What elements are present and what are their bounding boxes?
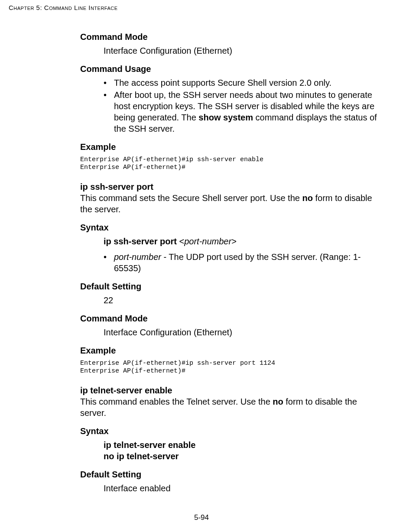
syntax-2-ital: port-number	[184, 237, 231, 246]
code-block-2: Enterprise AP(if-ethernet)#ip ssh-server…	[80, 360, 377, 375]
default-value-3: Interface enabled	[104, 483, 377, 494]
heading-syntax-3: Syntax	[80, 425, 377, 437]
ssh-port-desc: This command sets the Secure Shell serve…	[80, 192, 377, 215]
usage-item-2-bold: show system	[198, 113, 253, 122]
syntax-3-line2: no ip telnet-server	[104, 451, 377, 462]
syntax-block-3: ip telnet-server enable no ip telnet-ser…	[104, 439, 377, 462]
command-title-ssh-port: ip ssh-server port	[80, 181, 377, 192]
running-head: Chapter 5: Command Line Interface	[9, 3, 118, 12]
page-number: 5-94	[0, 513, 403, 522]
heading-default-2: Default Setting	[80, 281, 377, 292]
usage-item-2: After boot up, the SSH server needs abou…	[80, 89, 377, 134]
running-head-text: Chapter 5: Command Line Interface	[9, 4, 118, 11]
command-mode-value-2: Interface Configuration (Ethernet)	[104, 327, 377, 338]
heading-command-mode-1: Command Mode	[80, 31, 377, 42]
heading-default-3: Default Setting	[80, 469, 377, 480]
command-mode-value-1: Interface Configuration (Ethernet)	[104, 45, 377, 56]
heading-command-mode-2: Command Mode	[80, 313, 377, 324]
syntax-line-2: ip ssh-server port <port-number>	[104, 236, 377, 247]
syntax-2-bold: ip ssh-server port	[104, 237, 177, 246]
syntax-3-line1: ip telnet-server enable	[104, 439, 377, 451]
syntax-2-close: >	[231, 237, 237, 246]
param-2-ital: port-number	[114, 252, 161, 262]
heading-example-2: Example	[80, 345, 377, 356]
heading-command-usage: Command Usage	[80, 63, 377, 75]
command-title-telnet: ip telnet-server enable	[80, 385, 377, 396]
usage-item-1-text: The access point supports Secure Shell v…	[114, 78, 332, 88]
ssh-port-desc-bold: no	[302, 193, 312, 203]
usage-list: The access point supports Secure Shell v…	[80, 77, 377, 134]
code-block-1: Enterprise AP(if-ethernet)#ip ssh-server…	[80, 156, 377, 172]
heading-syntax-2: Syntax	[80, 222, 377, 233]
telnet-desc-a: This command enables the Telnet server. …	[80, 397, 273, 406]
usage-item-1: The access point supports Secure Shell v…	[80, 77, 377, 88]
telnet-desc-bold: no	[273, 397, 283, 406]
param-item-2: port-number - The UDP port used by the S…	[80, 251, 377, 274]
param-list-2: port-number - The UDP port used by the S…	[80, 251, 377, 274]
telnet-desc: This command enables the Telnet server. …	[80, 396, 377, 418]
content: Command Mode Interface Configuration (Et…	[80, 31, 377, 498]
default-value-2: 22	[104, 295, 377, 306]
syntax-2-open: <	[177, 237, 184, 246]
page: Chapter 5: Command Line Interface Comman…	[0, 0, 403, 532]
ssh-port-desc-a: This command sets the Secure Shell serve…	[80, 193, 302, 203]
heading-example-1: Example	[80, 141, 377, 152]
